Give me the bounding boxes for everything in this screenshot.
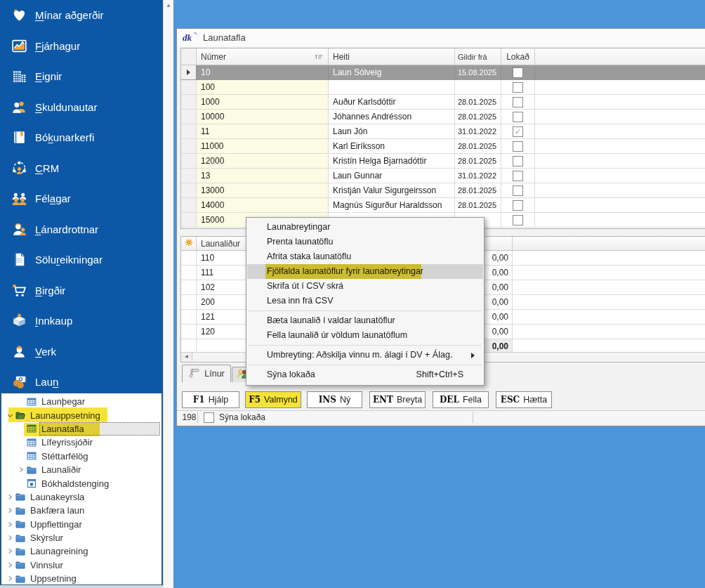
menu-item-prenta-launatoflu[interactable]: Prenta launatöflu [247,235,483,249]
table-row[interactable]: 14000Magnús Sigurður Haraldsson28.01.202… [181,198,705,213]
sidebar-item-birgdir[interactable]: Birgðir [0,275,163,306]
show-locked-checkbox[interactable] [204,412,214,423]
menu-item-fella-launalid[interactable]: Fella launalið úr völdum launatöflum [247,328,483,343]
chevron-right-icon[interactable] [4,548,15,554]
tree-item-launauppsetning[interactable]: Launauppsetning [1,408,162,422]
filler-cell [535,65,705,80]
scroll-left-icon[interactable]: ◄ [181,353,192,361]
locked-checkbox[interactable] [513,67,523,78]
menu-item-syna-lokada[interactable]: Sýna lokaðaShift+Ctrl+S [247,367,483,382]
sidebar-item-skuldunautar[interactable]: Skuldunautar [0,92,163,123]
breyta-button[interactable]: ENTBreyta [369,391,426,408]
chevron-right-icon[interactable] [4,507,15,514]
menu-item-lesa-inn-csv[interactable]: Lesa inn frá CSV [247,294,483,308]
column-header-name[interactable]: Heiti [329,48,455,65]
menu-item-afrita-staka-launatoflu[interactable]: Afrita staka launatöflu [247,249,483,264]
tree-item-skyrslur[interactable]: Skýrslur [1,531,162,544]
cart-icon [10,281,28,299]
sidebar-item-eignir[interactable]: Eignir [0,61,163,92]
sidebar-item-fjarhagur[interactable]: Fjárhagur [0,31,163,62]
tree-item-launalidir[interactable]: Launaliðir [1,463,162,476]
sidebar-item-lanardrottnar[interactable]: Lánardrottnar [0,214,163,245]
folder-icon [15,506,26,516]
scroll-up-icon[interactable]: ▲ [164,1,173,11]
chevron-right-icon[interactable] [4,575,15,582]
sidebar-item-bokunarkerfi[interactable]: Bókunarkerfi [0,122,163,153]
chevron-right-icon[interactable] [4,562,15,568]
menu-item-launabreytingar[interactable]: Launabreytingar [247,220,483,235]
tree-item-launagreining[interactable]: Launagreining [1,544,162,558]
sidebar-item-minar-adgerdir[interactable]: Mínar aðgerðir [0,0,163,31]
lower-marker-cell [181,310,197,325]
sidebar-item-crm[interactable]: CRM [0,153,163,184]
chevron-right-icon[interactable] [4,521,15,528]
hjalp-button[interactable]: F1Hjálp [182,391,239,408]
sidebar-item-felagar[interactable]: Félagar [0,183,163,214]
column-header-num[interactable]: Númer [197,48,329,65]
tree-item-launatafla[interactable]: Launatafla [1,422,162,436]
table-row[interactable]: 10Laun Sólveig15.08.2025 [181,65,705,80]
locked-cell [501,139,535,154]
menu-item-skrifa-ut-csv[interactable]: Skrifa út í CSV skrá [247,279,483,294]
sidebar-scrollbar[interactable]: ▲ [163,0,173,588]
chevron-right-icon[interactable] [4,494,15,500]
menu-item-fjolfalda-launatoflur[interactable]: Fjölfalda launatöflur fyrir launabreytin… [247,264,483,279]
locked-checkbox[interactable] [513,171,523,181]
sidebar-item-verk[interactable]: Verk [0,337,163,367]
tree-item-vinnslur[interactable]: Vinnslur [1,558,162,572]
window-titlebar[interactable]: dk Launatafla [177,29,705,46]
header-marker-cell [181,48,197,65]
tree-item-uppsetning[interactable]: Uppsetning [1,572,162,585]
table-row[interactable]: 11000Karl Eiríksson28.01.2025 [181,139,705,154]
table-row[interactable]: 11Laun Jón31.01.2022✓ [181,124,705,139]
number-cell: 10 [197,65,329,80]
launatafla-grid[interactable]: NúmerHeitiGildir fráLokað10Laun Sólveig1… [180,48,705,229]
tree-item-bakfaera-laun[interactable]: Bakfæra laun [1,504,162,517]
tree-item-uppflettingar[interactable]: Uppflettingar [1,518,162,531]
table-row[interactable]: 12000Kristín Helga Bjarnadóttir28.01.202… [181,154,705,169]
table-row[interactable]: 13Laun Gunnar31.01.2022 [181,169,705,183]
sidebar-item-solureikningar[interactable]: Sölureikningar [0,244,163,275]
tab-linur[interactable]: Línur [182,365,231,382]
ny-button[interactable]: INSNý [307,391,362,408]
tree-item-label: Launagreining [29,545,159,557]
locked-checkbox[interactable] [513,200,523,211]
table-row[interactable]: 100 [181,80,705,95]
tree-item-launakeyrsla[interactable]: Launakeyrsla [1,490,162,504]
book-icon [10,129,28,147]
locked-checkbox[interactable]: ✓ [513,126,523,137]
fella-button[interactable]: DELFella [433,391,489,408]
chevron-right-icon[interactable] [15,466,27,473]
tree-item-label: Launakeyrsla [29,491,159,503]
chevron-right-icon[interactable] [4,535,15,541]
locked-checkbox[interactable] [513,185,523,196]
menu-item-baeta-launalid[interactable]: Bæta launalið í valdar launatöflur [247,313,483,328]
chevron-down-icon[interactable] [4,412,15,419]
chart-icon [10,37,28,55]
menu-item-umbreyting[interactable]: Umbreyting: Aðskilja vinnu m. álagi í DV… [247,348,483,362]
haetta-button[interactable]: ESCHætta [496,391,552,408]
locked-cell [501,183,535,198]
tree-item-bokhaldstenging[interactable]: Bókhaldstenging [1,476,162,490]
table-row[interactable]: 1000Auður Karlsdóttir28.01.2025 [181,95,705,110]
current-row-arrow-icon [187,70,190,75]
locked-checkbox[interactable] [513,97,523,107]
locked-checkbox[interactable] [513,156,523,166]
valmynd-button[interactable]: F5Valmynd [245,391,301,408]
menu-item-label: Fjölfalda launatöflur fyrir launabreytin… [267,266,423,276]
show-locked-wrap: Sýna lokaða [198,412,271,423]
column-header-lok[interactable]: Lokað [501,48,535,65]
table-row[interactable]: 13000Kristján Valur Sigurgeirsson28.01.2… [181,183,705,198]
sidebar-item-innkaup[interactable]: Innkaup [0,306,163,337]
tree-item-lifeyrissjodir[interactable]: Lífeyrissjóðir [1,436,162,449]
locked-checkbox[interactable] [513,215,523,226]
sidebar-item-label: Verk [35,346,56,358]
launalidur-column-header[interactable]: Launaliður [197,237,249,251]
locked-checkbox[interactable] [513,82,523,93]
locked-checkbox[interactable] [513,141,523,152]
tree-item-launthegar[interactable]: Launþegar [1,395,162,408]
column-header-date[interactable]: Gildir frá [455,48,501,65]
tree-item-stettarfelog[interactable]: Stéttarfélög [1,450,162,463]
table-row[interactable]: 10000Jóhannes Andrésson28.01.2025 [181,110,705,124]
locked-checkbox[interactable] [513,112,523,122]
